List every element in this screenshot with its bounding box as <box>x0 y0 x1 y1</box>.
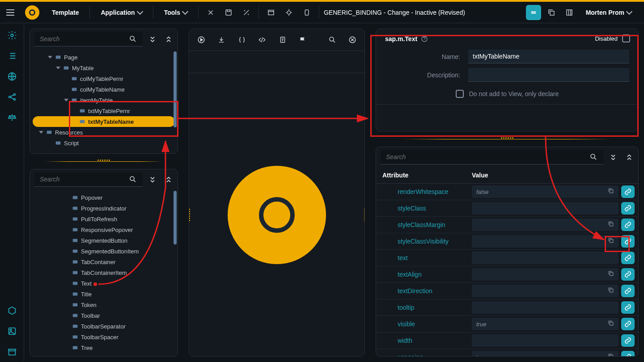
nav-tools[interactable]: Tools <box>158 2 194 23</box>
save-icon[interactable] <box>221 5 236 20</box>
search-input[interactable] <box>384 151 587 163</box>
checkbox[interactable] <box>622 34 630 42</box>
attr-value-input[interactable] <box>472 334 619 347</box>
window-icon[interactable] <box>263 5 279 20</box>
tree-item[interactable]: colMyTableName <box>30 84 178 95</box>
list-icon[interactable] <box>7 51 17 61</box>
bind-button[interactable] <box>621 219 635 231</box>
search-input[interactable] <box>38 33 127 45</box>
nav-application[interactable]: Application <box>94 2 148 23</box>
bind-button[interactable] <box>621 268 635 281</box>
canvas-body[interactable] <box>189 73 364 356</box>
magic-icon[interactable] <box>239 5 254 20</box>
attr-value-input[interactable] <box>472 219 619 231</box>
scrollbar-thumb[interactable] <box>174 51 177 127</box>
sync-icon[interactable] <box>526 5 541 20</box>
search-icon[interactable] <box>326 34 338 46</box>
outline-tree[interactable]: PageMyTablecolMyTablePernrcolMyTableName… <box>30 49 178 151</box>
bind-button[interactable] <box>621 235 635 248</box>
document-icon[interactable] <box>277 34 288 46</box>
tree-item[interactable]: Page <box>30 52 178 63</box>
palette-item[interactable]: Text <box>46 278 178 289</box>
close-icon[interactable] <box>347 34 359 46</box>
search-input[interactable] <box>38 173 127 185</box>
link-icon[interactable] <box>203 5 218 20</box>
palette-item[interactable]: ToolbarSeparator <box>46 321 178 332</box>
attr-value-input[interactable] <box>472 252 619 264</box>
flag-icon[interactable] <box>297 34 309 46</box>
copy-icon[interactable] <box>608 353 616 356</box>
palette-item[interactable]: Title <box>46 289 178 299</box>
palette-item[interactable]: ResponsivePopover <box>46 224 178 235</box>
search-icon[interactable] <box>587 151 600 163</box>
bind-button[interactable] <box>621 285 635 297</box>
checkbox[interactable] <box>456 90 464 98</box>
bind-button[interactable] <box>621 252 635 264</box>
collapse-all-icon[interactable] <box>146 33 159 46</box>
attr-value-input[interactable] <box>472 285 619 297</box>
play-icon[interactable] <box>195 34 207 46</box>
scale-icon[interactable] <box>7 113 17 122</box>
bind-button[interactable] <box>621 351 635 356</box>
palette-search[interactable] <box>34 172 143 187</box>
copy-icon[interactable] <box>608 221 616 229</box>
palette-item[interactable]: TabContainer <box>46 257 178 267</box>
nav-template[interactable]: Template <box>46 2 85 23</box>
expand-all-icon[interactable] <box>623 151 636 164</box>
tree-item[interactable]: Resources <box>30 127 178 138</box>
resize-handle-left[interactable] <box>189 209 191 221</box>
attr-value-input[interactable]: true <box>472 351 619 356</box>
copy-icon[interactable] <box>608 237 616 245</box>
bind-button[interactable] <box>621 334 635 347</box>
code-icon[interactable] <box>257 34 268 46</box>
gear-icon[interactable] <box>7 30 17 40</box>
declare-option[interactable]: Do not add to View, only declare <box>385 90 629 98</box>
attr-search[interactable] <box>381 150 603 164</box>
help-icon[interactable] <box>421 35 428 42</box>
description-field[interactable] <box>468 68 629 82</box>
bind-button[interactable] <box>621 202 635 215</box>
attr-value-input[interactable]: false <box>472 185 619 198</box>
outline-search[interactable] <box>34 32 143 46</box>
panel-divider[interactable] <box>376 136 639 142</box>
search-icon[interactable] <box>127 173 139 185</box>
share-icon[interactable] <box>7 92 17 102</box>
disabled-toggle[interactable]: Disabled <box>595 34 630 42</box>
tree-item[interactable]: itemMyTable <box>30 95 178 105</box>
copy-icon[interactable] <box>608 287 616 295</box>
name-field[interactable] <box>468 50 629 63</box>
image-icon[interactable] <box>7 326 17 336</box>
menu-icon[interactable] <box>6 6 19 19</box>
braces-icon[interactable] <box>236 34 248 46</box>
bind-button[interactable] <box>621 301 635 314</box>
palette-item[interactable]: TabContainerItem <box>46 267 178 278</box>
copy-icon[interactable] <box>544 5 559 20</box>
copy-icon[interactable] <box>608 188 616 196</box>
palette-item[interactable]: Toolbar <box>46 310 178 321</box>
expand-all-icon[interactable] <box>162 173 175 186</box>
collapse-all-icon[interactable] <box>146 173 159 186</box>
globe-icon[interactable] <box>7 72 17 81</box>
device-icon[interactable] <box>299 5 314 20</box>
layout-icon[interactable] <box>562 5 577 20</box>
palette-item[interactable]: SegmentedButtonItem <box>46 246 178 257</box>
tree-item[interactable]: txtMyTableName <box>33 116 175 127</box>
palette-item[interactable]: ProgressIndicator <box>46 203 178 214</box>
palette-item[interactable]: Tree <box>46 342 178 353</box>
user-menu[interactable]: Morten Prom <box>580 2 638 23</box>
expand-all-icon[interactable] <box>162 33 175 46</box>
attr-value-input[interactable] <box>472 301 619 314</box>
tree-item[interactable]: txtMyTablePernr <box>30 105 178 116</box>
tree-item[interactable]: Script <box>30 138 178 148</box>
copy-icon[interactable] <box>608 320 616 328</box>
bind-button[interactable] <box>621 318 635 330</box>
collapse-all-icon[interactable] <box>607 151 619 164</box>
palette-item[interactable]: Token <box>46 299 178 310</box>
tree-item[interactable]: colMyTablePernr <box>30 73 178 84</box>
copy-icon[interactable] <box>608 270 616 278</box>
shop-icon[interactable] <box>7 347 17 357</box>
attr-value-input[interactable]: true <box>472 318 619 330</box>
panel-divider[interactable] <box>30 158 178 164</box>
scrollbar-thumb[interactable] <box>174 191 177 244</box>
palette-tree[interactable]: PopoverProgressIndicatorPullToRefreshRes… <box>30 189 178 356</box>
